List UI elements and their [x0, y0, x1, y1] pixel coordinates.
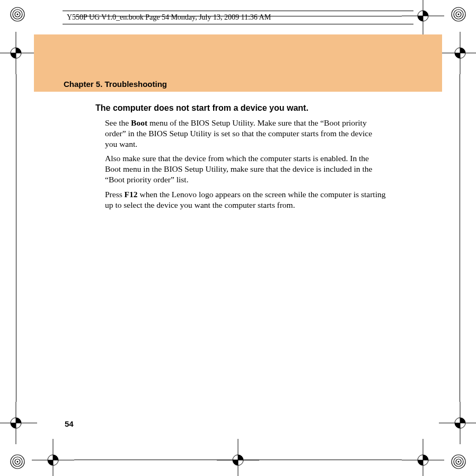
body-text: See the Boot menu of the BIOS Setup Util…: [105, 118, 386, 215]
svg-point-3: [17, 14, 19, 15]
document-meta-text: Y550P UG V1.0_en.book Page 54 Monday, Ju…: [67, 13, 271, 21]
crosshair-mark-icon: [439, 32, 476, 74]
svg-point-7: [458, 14, 460, 15]
document-meta-line: Y550P UG V1.0_en.book Page 54 Monday, Ju…: [63, 11, 413, 24]
svg-point-15: [458, 461, 460, 463]
crosshair-mark-icon: [0, 402, 37, 444]
crosshair-mark-icon: [402, 439, 444, 476]
bold-f12: F12: [125, 190, 138, 199]
registration-mark-icon: [10, 454, 25, 470]
crosshair-mark-icon: [32, 439, 74, 476]
registration-mark-icon: [451, 454, 466, 470]
paragraph-3: Press F12 when the Lenovo logo appears o…: [105, 189, 386, 210]
topic-heading: The computer does not start from a devic…: [95, 103, 308, 113]
page-number: 54: [65, 419, 74, 428]
guide-line: [74, 460, 402, 460]
crosshair-mark-icon: [439, 402, 476, 444]
guide-line: [16, 74, 16, 402]
crosshair-mark-icon: [0, 32, 37, 74]
paragraph-2: Also make sure that the device from whic…: [105, 153, 386, 184]
paragraph-1: See the Boot menu of the BIOS Setup Util…: [105, 118, 386, 149]
svg-point-11: [17, 461, 19, 463]
crosshair-mark-icon: [217, 439, 259, 476]
chapter-title: Chapter 5. Troubleshooting: [64, 80, 167, 89]
registration-mark-icon: [451, 6, 466, 22]
bold-boot: Boot: [131, 118, 147, 127]
registration-mark-icon: [10, 6, 25, 22]
guide-line: [460, 74, 460, 402]
